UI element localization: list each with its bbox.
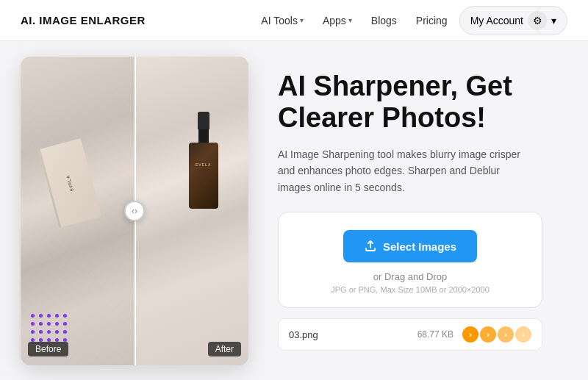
chevron-down-icon: ▾	[348, 16, 352, 24]
page-description: AI Image Sharpening tool makes blurry im…	[278, 146, 528, 196]
drag-drop-label: or Drag and Drop	[293, 271, 527, 282]
before-label: Before	[28, 342, 68, 356]
nav-item-apps[interactable]: Apps ▾	[315, 10, 359, 31]
file-size: 68.77 KB	[417, 329, 453, 340]
nav-item-ai-tools[interactable]: AI Tools ▾	[254, 10, 311, 31]
navbar: AI. IMAGE ENLARGER AI Tools ▾ Apps ▾ Blo…	[0, 0, 588, 41]
main-content: EVELA Before After	[0, 41, 588, 380]
arrow-2: ›	[480, 326, 496, 343]
file-hint-label: JPG or PNG, Max Size 10MB or 2000×2000	[293, 285, 527, 294]
after-image	[135, 57, 248, 365]
split-handle[interactable]	[124, 201, 145, 221]
processing-arrows: › › › ›	[462, 326, 531, 343]
arrow-4: ›	[515, 326, 531, 343]
file-row: 03.png 68.77 KB › › › ›	[278, 318, 542, 351]
account-icon: ⚙	[528, 11, 547, 30]
after-label: After	[208, 342, 241, 356]
product-bottle	[186, 112, 221, 215]
bottle-body	[189, 143, 218, 209]
right-panel: AI Sharpener, Get Clearer Photos! AI Ima…	[270, 71, 567, 351]
page-title: AI Sharpener, Get Clearer Photos!	[278, 71, 567, 135]
upload-box: Select Images or Drag and Drop JPG or PN…	[278, 212, 542, 308]
bottle-cap	[198, 112, 209, 129]
select-images-button[interactable]: Select Images	[343, 230, 477, 262]
nav-links: AI Tools ▾ Apps ▾ Blogs Pricing My Accou…	[254, 6, 567, 35]
file-name: 03.png	[289, 329, 409, 340]
my-account-button[interactable]: My Account ⚙ ▾	[459, 6, 567, 35]
chevron-down-icon: ▾	[300, 16, 304, 24]
nav-item-blogs[interactable]: Blogs	[364, 10, 404, 31]
nav-item-pricing[interactable]: Pricing	[409, 10, 455, 31]
bottle-neck	[198, 129, 209, 143]
arrow-1: ›	[462, 326, 478, 343]
upload-icon	[364, 240, 377, 253]
chevron-down-icon: ▾	[551, 15, 556, 26]
logo: AI. IMAGE ENLARGER	[21, 14, 146, 26]
image-comparison: EVELA Before After	[21, 57, 248, 365]
arrow-3: ›	[498, 326, 514, 343]
dots-decoration	[31, 314, 68, 343]
